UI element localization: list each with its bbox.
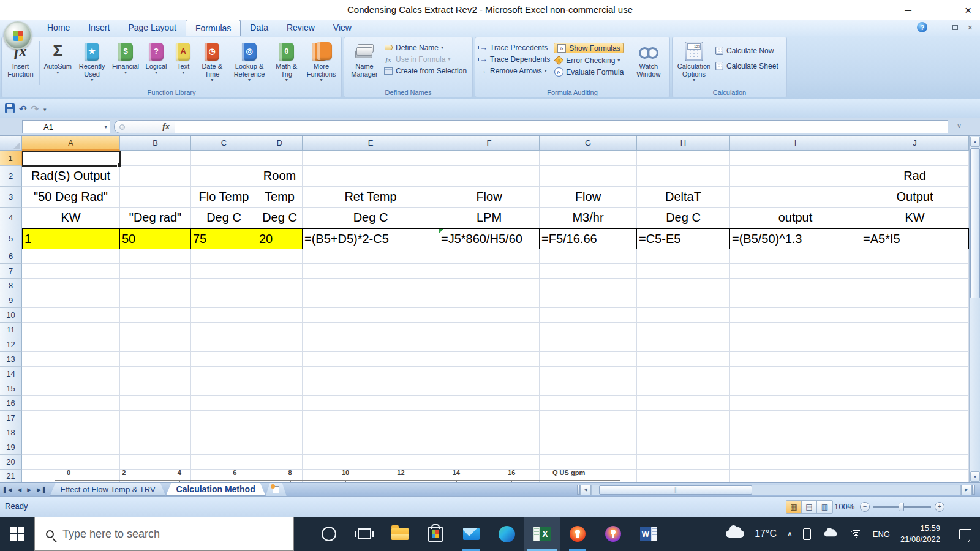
cell-C15[interactable] [191,381,257,396]
math-trig-button[interactable]: θ Math & Trig▾ [270,39,303,88]
cell-D14[interactable] [257,367,303,381]
cell-A16[interactable] [22,396,120,411]
row-header-13[interactable]: 13 [0,352,22,367]
tab-review[interactable]: Review [277,20,324,36]
cell-I14[interactable] [730,367,861,381]
create-from-selection-button[interactable]: Create from Selection [383,66,467,75]
cell-H21[interactable] [637,470,730,483]
cell-F19[interactable] [439,440,540,455]
cell-F1[interactable] [439,151,540,166]
taskbar-edge-button[interactable] [489,517,524,551]
cell-E10[interactable] [303,308,439,323]
name-box[interactable]: A1 ▾ [22,120,110,133]
cell-I4[interactable]: output [730,208,861,228]
row-header-20[interactable]: 20 [0,455,22,470]
cell-D5[interactable]: 20 [257,228,303,249]
row-header-12[interactable]: 12 [0,337,22,352]
cell-B20[interactable] [120,455,191,470]
row-header-10[interactable]: 10 [0,308,22,323]
next-sheet-icon[interactable]: ▶ [27,487,31,493]
cell-B14[interactable] [120,367,191,381]
cell-J3[interactable]: Output [861,187,969,208]
row-header-14[interactable]: 14 [0,367,22,381]
cell-G8[interactable] [540,279,637,293]
cell-A20[interactable] [22,455,120,470]
cell-E15[interactable] [303,381,439,396]
cell-F11[interactable] [439,323,540,337]
text-button[interactable]: A Text▾ [171,39,196,88]
cell-B16[interactable] [120,396,191,411]
tab-formulas[interactable]: Formulas [186,20,241,36]
cell-G13[interactable] [540,352,637,367]
cell-A8[interactable] [22,279,120,293]
cell-A2[interactable]: Rad(S) Output [22,166,120,187]
column-header-B[interactable]: B [120,136,191,151]
cell-J21[interactable] [861,470,969,483]
cell-A15[interactable] [22,381,120,396]
taskbar-search-input[interactable]: Type here to search [34,517,294,551]
cell-F14[interactable] [439,367,540,381]
weather-temperature[interactable]: 17°C [755,528,777,539]
cell-D16[interactable] [257,396,303,411]
cell-H11[interactable] [637,323,730,337]
cell-D13[interactable] [257,352,303,367]
cell-D10[interactable] [257,308,303,323]
cell-D2[interactable]: Room [257,166,303,187]
cell-F16[interactable] [439,396,540,411]
cell-C17[interactable] [191,411,257,425]
tab-home[interactable]: Home [38,20,79,36]
cell-H6[interactable] [637,249,730,264]
cell-F10[interactable] [439,308,540,323]
cell-G16[interactable] [540,396,637,411]
select-all-corner[interactable] [0,136,22,151]
tab-page-layout[interactable]: Page Layout [119,20,186,36]
cell-D21[interactable] [257,470,303,483]
cell-A9[interactable] [22,293,120,308]
column-header-J[interactable]: J [861,136,969,151]
cell-J17[interactable] [861,411,969,425]
cell-A7[interactable] [22,264,120,279]
taskbar-cortana-button[interactable] [311,517,347,551]
cell-I7[interactable] [730,264,861,279]
name-box-dropdown-icon[interactable]: ▾ [104,124,107,130]
cell-B8[interactable] [120,279,191,293]
tab-data[interactable]: Data [241,20,277,36]
cell-I21[interactable] [730,470,861,483]
cell-B9[interactable] [120,293,191,308]
cell-C11[interactable] [191,323,257,337]
cell-E14[interactable] [303,367,439,381]
cell-E9[interactable] [303,293,439,308]
taskbar-brave-button[interactable] [560,517,595,551]
cell-G20[interactable] [540,455,637,470]
wifi-icon[interactable] [850,530,862,538]
cell-I10[interactable] [730,308,861,323]
trace-precedents-button[interactable]: → Trace Precedents [478,43,554,52]
cell-C8[interactable] [191,279,257,293]
cell-B21[interactable] [120,470,191,483]
customize-qat-button[interactable]: ─▾ [43,105,47,112]
cell-F3[interactable]: Flow [439,187,540,208]
cell-J10[interactable] [861,308,969,323]
cell-A5[interactable]: 1 [22,228,120,249]
logical-button[interactable]: ? Logical▾ [142,39,171,88]
cell-B3[interactable] [120,187,191,208]
cell-B6[interactable] [120,249,191,264]
column-header-C[interactable]: C [191,136,257,151]
row-header-6[interactable]: 6 [0,249,22,264]
cell-C7[interactable] [191,264,257,279]
cell-J9[interactable] [861,293,969,308]
cell-J8[interactable] [861,279,969,293]
cell-G19[interactable] [540,440,637,455]
weather-cloud-icon[interactable] [726,530,744,538]
cell-D18[interactable] [257,425,303,440]
cell-C12[interactable] [191,337,257,352]
use-in-formula-button[interactable]: fx Use in Formula▾ [383,54,467,64]
row-header-5[interactable]: 5 [0,228,22,249]
cell-G5[interactable]: =F5/16.66 [540,228,637,249]
workbook-close-button[interactable]: × [968,23,973,32]
horizontal-scrollbar[interactable]: ◀ ║ ▶ [577,484,975,495]
cell-A6[interactable] [22,249,120,264]
calculate-now-button[interactable]: Calculate Now [714,46,778,55]
cell-F7[interactable] [439,264,540,279]
last-sheet-icon[interactable]: ▶▐ [37,487,45,493]
